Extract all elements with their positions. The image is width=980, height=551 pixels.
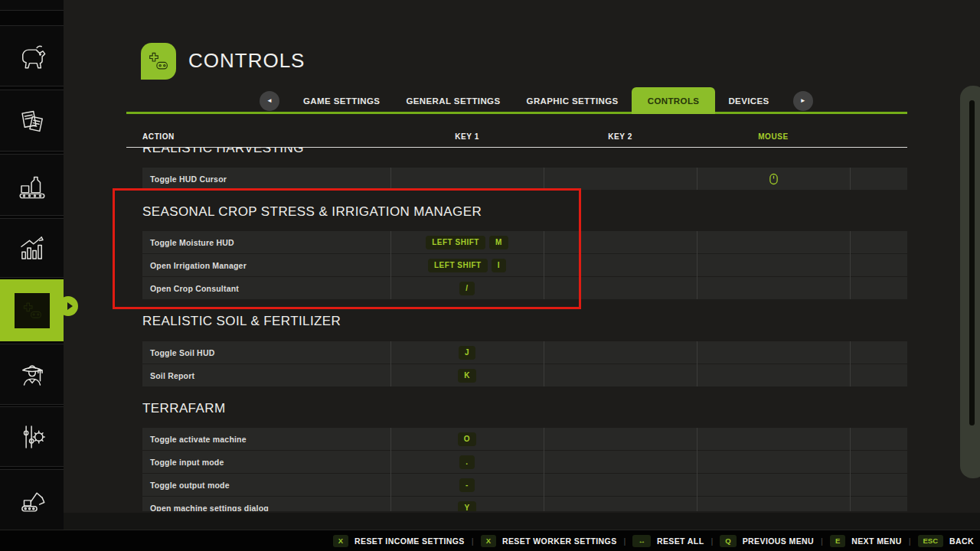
key-esc-badge: ESC xyxy=(918,535,944,547)
reset-income-settings-label: RESET INCOME SETTINGS xyxy=(354,536,465,546)
section-title-realistic-harvesting: REALISTIC HARVESTING xyxy=(142,148,907,156)
key-badge: J xyxy=(459,346,475,360)
sidebar-item-game-settings[interactable] xyxy=(0,406,64,467)
action-label: Toggle Soil HUD xyxy=(142,348,390,357)
sidebar-item-production[interactable] xyxy=(0,154,64,216)
tab-graphic-settings[interactable]: GRAPHIC SETTINGS xyxy=(514,87,632,114)
section-rows: Toggle Soil HUD J Soil Report K xyxy=(142,341,907,386)
reset-worker-settings-button[interactable]: X RESET WORKER SETTINGS xyxy=(481,535,617,547)
tabs-prev-button[interactable]: ◄ xyxy=(260,91,279,111)
action-label: Soil Report xyxy=(142,371,390,380)
content-bottom-strip xyxy=(64,513,980,530)
farmer-icon xyxy=(16,358,48,390)
settings-sliders-icon xyxy=(16,421,48,453)
column-header-action: ACTION xyxy=(142,132,175,141)
page-title: CONTROLS xyxy=(188,49,305,73)
key-badge: - xyxy=(459,478,475,492)
statistics-icon xyxy=(16,232,48,264)
key1-cell[interactable]: J xyxy=(390,346,544,360)
scrollbar[interactable] xyxy=(960,86,980,478)
table-header-row: ACTION KEY 1 KEY 2 MOUSE xyxy=(142,132,907,147)
footer-separator: | xyxy=(821,536,823,546)
controls-icon xyxy=(15,293,50,328)
sidebar-item-animals[interactable] xyxy=(0,25,64,86)
footer-shortcut-bar: X RESET INCOME SETTINGS | X RESET WORKER… xyxy=(0,530,980,551)
highlight-red-box xyxy=(113,188,581,309)
section-rows: Toggle activate machine O Toggle input m… xyxy=(142,428,907,511)
key1-cell[interactable]: - xyxy=(390,478,544,492)
reset-worker-settings-label: RESET WORKER SETTINGS xyxy=(502,536,617,546)
mouse-icon xyxy=(769,173,779,185)
sidebar-item-controls-active[interactable] xyxy=(0,279,64,341)
sidebar xyxy=(0,0,64,551)
action-label: Toggle input mode xyxy=(142,458,390,467)
key1-cell[interactable]: O xyxy=(390,432,544,446)
key1-cell[interactable]: K xyxy=(390,369,544,383)
key1-cell[interactable]: Y xyxy=(390,501,544,512)
sidebar-item-statistics[interactable] xyxy=(0,218,64,278)
table-row[interactable]: Toggle input mode . xyxy=(142,451,907,473)
table-row[interactable]: Toggle output mode - xyxy=(142,474,907,496)
table-row[interactable]: Toggle activate machine O xyxy=(142,428,907,450)
footer-separator: | xyxy=(624,536,626,546)
back-button[interactable]: ESC BACK xyxy=(918,535,974,547)
section-title-terrafarm: TERRAFARM xyxy=(142,401,907,416)
sidebar-item-finance[interactable] xyxy=(0,0,64,11)
scrollbar-groove xyxy=(969,100,975,425)
cow-icon xyxy=(16,40,48,72)
previous-menu-button[interactable]: Q PREVIOUS MENU xyxy=(720,535,814,547)
footer-separator: | xyxy=(710,536,713,546)
reset-all-label: RESET ALL xyxy=(657,536,704,546)
previous-menu-label: PREVIOUS MENU xyxy=(743,536,814,546)
sidebar-item-construction[interactable] xyxy=(0,469,64,530)
next-menu-button[interactable]: E NEXT MENU xyxy=(830,535,902,547)
controls-settings-screen: CONTROLS ◄ GAME SETTINGS GENERAL SETTING… xyxy=(0,0,980,551)
sidebar-item-contracts[interactable] xyxy=(0,90,64,152)
column-header-mouse: MOUSE xyxy=(697,132,850,141)
column-header-key1: KEY 1 xyxy=(390,132,544,141)
back-label: BACK xyxy=(949,536,974,546)
action-label: Open machine settings dialog xyxy=(142,504,390,512)
key-badge: K xyxy=(458,369,476,383)
footer-separator: | xyxy=(472,536,474,546)
table-row[interactable]: Toggle HUD Cursor xyxy=(142,168,907,190)
key-x-badge: X xyxy=(333,535,348,547)
sidebar-item-character[interactable] xyxy=(0,344,64,405)
backspace-key-badge: ↔ xyxy=(632,535,651,547)
reset-all-button[interactable]: ↔ RESET ALL xyxy=(632,535,704,547)
column-header-key2: KEY 2 xyxy=(544,132,697,141)
key1-cell[interactable]: . xyxy=(390,455,544,469)
action-label: Toggle HUD Cursor xyxy=(142,174,390,184)
tab-devices[interactable]: DEVICES xyxy=(715,87,782,114)
tab-general-settings[interactable]: GENERAL SETTINGS xyxy=(393,87,513,114)
next-menu-label: NEXT MENU xyxy=(851,536,901,546)
key-badge: Y xyxy=(458,501,475,512)
tabs-next-button[interactable]: ► xyxy=(793,91,813,111)
section-rows: Toggle HUD Cursor xyxy=(142,168,907,190)
tab-game-settings[interactable]: GAME SETTINGS xyxy=(290,87,393,114)
table-row[interactable]: Toggle Soil HUD J xyxy=(142,341,907,364)
action-label: Toggle output mode xyxy=(142,481,390,490)
reset-income-settings-button[interactable]: X RESET INCOME SETTINGS xyxy=(333,535,465,547)
key-x-badge: X xyxy=(481,535,496,547)
production-icon xyxy=(16,169,48,201)
key-e-badge: E xyxy=(830,535,845,547)
mouse-cell[interactable] xyxy=(697,173,850,185)
key-badge: O xyxy=(458,432,476,446)
table-row[interactable]: Soil Report K xyxy=(142,364,907,386)
contracts-icon xyxy=(16,105,48,137)
excavator-icon xyxy=(16,484,48,516)
key-q-badge: Q xyxy=(720,535,736,547)
controls-header-icon xyxy=(141,43,176,80)
chevron-right-icon: ► xyxy=(800,97,806,104)
settings-tabbar: ◄ GAME SETTINGS GENERAL SETTINGS GRAPHIC… xyxy=(249,87,824,114)
action-label: Toggle activate machine xyxy=(142,435,390,444)
footer-separator: | xyxy=(909,536,911,546)
table-row[interactable]: Open machine settings dialog Y xyxy=(142,497,907,511)
active-item-arrow-icon xyxy=(67,302,73,310)
chevron-left-icon: ◄ xyxy=(266,97,273,104)
key-badge: . xyxy=(459,455,474,469)
section-title-realistic-soil: REALISTIC SOIL & FERTILIZER xyxy=(142,314,907,329)
tab-controls[interactable]: CONTROLS xyxy=(632,87,716,114)
